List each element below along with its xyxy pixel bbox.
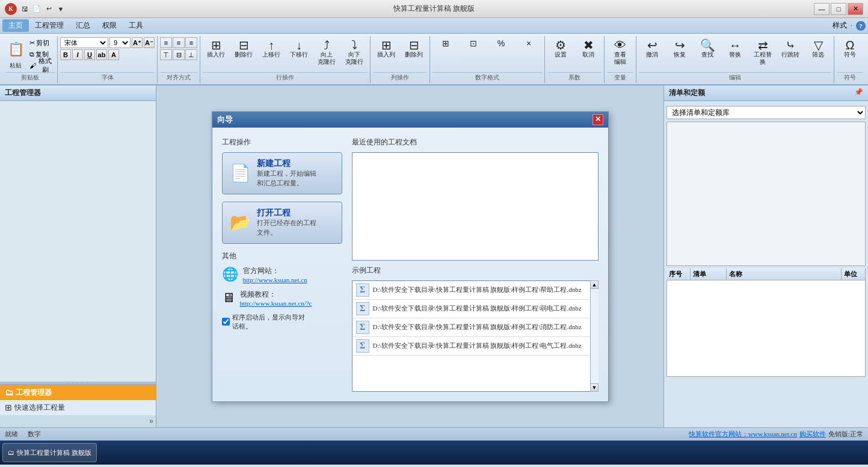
- example-item-0[interactable]: Σ D:\软件安全下载目录\快算工程量计算稿 旗舰版\样例工程\帮助工程.dnb…: [352, 281, 598, 300]
- font-size-decrease[interactable]: A⁻: [144, 37, 155, 48]
- modal-close-btn[interactable]: ✕: [593, 114, 603, 125]
- tab-project-manager[interactable]: 🗂 工程管理器: [0, 385, 156, 400]
- edition-label: 免销版:正常: [828, 430, 863, 439]
- redo-label: 恢复: [674, 51, 686, 58]
- delete-row-icon: ⊟: [239, 39, 249, 51]
- font-size-increase[interactable]: A⁺: [132, 37, 143, 48]
- undo-btn[interactable]: ↩: [43, 4, 54, 14]
- cut-button[interactable]: ✂ 剪切: [28, 37, 55, 48]
- modal-overlay: 向导 ✕ 工程操作 📄 新建工程 新建工程，开始编辑和汇总工程量。: [156, 85, 663, 427]
- replace-label: 替换: [729, 51, 741, 58]
- tab-quick-select[interactable]: ⊞ 快速选择工程量: [0, 400, 156, 415]
- font-name-select[interactable]: 宋体: [60, 37, 108, 48]
- menu-tools[interactable]: 工具: [123, 19, 149, 32]
- open-project-btn[interactable]: 📂 打开工程 打开已经存在的工程文件。: [222, 202, 342, 244]
- example-item-1[interactable]: Σ D:\软件安全下载目录\快算工程量计算稿 旗舰版\样例工程\弱电工程.dnb…: [352, 300, 598, 318]
- help-icon[interactable]: ?: [856, 21, 866, 31]
- scroll-up-btn[interactable]: ▲: [590, 280, 599, 289]
- ribbon-group-edit: ↩撤消 ↪恢复 🔍查找 ↔替换 ⇄工程替换 ⤷行跳转 ▽筛选 编辑: [636, 36, 834, 83]
- right-panel-header: 清单和定额 📌: [664, 85, 868, 101]
- var-view-btn[interactable]: 👁查看 编辑: [607, 37, 633, 67]
- numfmt-thousands-btn[interactable]: ⊞: [432, 37, 459, 49]
- menu-project-mgmt[interactable]: 工程管理: [29, 19, 70, 32]
- close-btn[interactable]: ✕: [848, 3, 863, 15]
- font-size-select[interactable]: 9: [109, 37, 131, 48]
- maximize-btn[interactable]: □: [831, 3, 846, 15]
- website-label: 官方网站：: [243, 266, 307, 276]
- undo-icon: ↩: [647, 39, 657, 51]
- move-row-up-btn[interactable]: ↑上移行: [258, 37, 285, 60]
- delete-row-btn[interactable]: ⊟删除行: [230, 37, 257, 60]
- format-brush-button[interactable]: 🖌 格式刷: [28, 60, 55, 71]
- minimize-btn[interactable]: —: [814, 3, 830, 15]
- video-link[interactable]: http://www.ksuan.net.cn/?c: [240, 300, 312, 307]
- paste-button[interactable]: 📋: [5, 37, 26, 61]
- new-project-btn[interactable]: 📄 新建工程 新建工程，开始编辑和汇总工程量。: [222, 152, 342, 194]
- underline-button[interactable]: U: [84, 49, 95, 60]
- undo-ribbon-btn[interactable]: ↩撤消: [639, 37, 665, 60]
- insert-row-btn[interactable]: ⊞插入行: [203, 37, 229, 60]
- var-view-icon: 👁: [614, 39, 626, 51]
- menu-home[interactable]: 主页: [2, 19, 29, 32]
- filter-btn[interactable]: ▽筛选: [805, 37, 831, 60]
- symbol-btn[interactable]: Ω符号: [837, 37, 863, 60]
- app-title: 快算工程量计算稿 旗舰版: [393, 4, 475, 14]
- edit-group-label: 编辑: [639, 72, 831, 82]
- font-color-button[interactable]: A: [108, 49, 119, 60]
- ribbon-group-var: 👁查看 编辑 变量: [605, 36, 636, 83]
- coeff-set-btn[interactable]: ⚙设置: [547, 37, 574, 60]
- insert-col-btn[interactable]: ⊞插入列: [373, 37, 399, 60]
- example-item-2[interactable]: Σ D:\软件安全下载目录\快算工程量计算稿 旗舰版\样例工程\消防工程.dnb…: [352, 318, 598, 337]
- scroll-down-btn[interactable]: ▼: [590, 383, 599, 392]
- project-replace-btn[interactable]: ⇄工程替换: [749, 37, 776, 67]
- taskbar-app-label: 快算工程量计算稿 旗舰版: [17, 448, 91, 457]
- align-middle-btn[interactable]: ⊟: [173, 49, 185, 60]
- library-select[interactable]: 选择清单和定额库: [666, 106, 866, 119]
- buy-label[interactable]: 购买软件: [799, 430, 826, 439]
- modal-body: 工程操作 📄 新建工程 新建工程，开始编辑和汇总工程量。 📂: [212, 128, 608, 401]
- new-btn[interactable]: 📄: [31, 4, 42, 14]
- clone-up-btn[interactable]: ⤴向上 克隆行: [313, 37, 340, 67]
- numfmt-mult-btn[interactable]: ×: [516, 37, 542, 49]
- align-center-btn[interactable]: ≡: [173, 37, 185, 48]
- redo-btn[interactable]: ↪恢复: [666, 37, 693, 60]
- delete-col-btn[interactable]: ⊟删除列: [401, 37, 427, 60]
- coeff-cancel-btn[interactable]: ✖取消: [575, 37, 602, 60]
- strikethrough-button[interactable]: ab: [96, 49, 107, 60]
- insert-row-label: 插入行: [207, 51, 225, 58]
- clone-down-btn[interactable]: ⤵向下 克隆行: [341, 37, 368, 67]
- find-icon: 🔍: [700, 39, 715, 51]
- move-row-down-btn[interactable]: ↓下移行: [286, 37, 312, 60]
- new-project-text: 新建工程 新建工程，开始编辑和汇总工程量。: [257, 158, 316, 188]
- globe-icon: 🌐: [222, 267, 238, 282]
- new-project-title: 新建工程: [257, 158, 316, 169]
- taskbar-app-item[interactable]: 🗂 快算工程量计算稿 旗舰版: [2, 443, 97, 462]
- pin-icon[interactable]: 📌: [854, 88, 863, 98]
- italic-button[interactable]: I: [72, 49, 83, 60]
- website-link[interactable]: http://www.ksuan.net.cn: [243, 276, 307, 283]
- numfmt-percent-btn[interactable]: %: [488, 37, 514, 49]
- save-btn[interactable]: 🖫: [19, 4, 30, 14]
- align-bottom-btn[interactable]: ⊥: [185, 49, 197, 60]
- align-top-btn[interactable]: ⊤: [160, 49, 172, 60]
- dropdown-btn[interactable]: ▼: [55, 4, 66, 14]
- undo-label: 撤消: [646, 51, 658, 58]
- show-wizard-checkbox[interactable]: [222, 318, 230, 326]
- edit-btns: ↩撤消 ↪恢复 🔍查找 ↔替换 ⇄工程替换 ⤷行跳转 ▽筛选: [639, 37, 831, 71]
- expand-icon[interactable]: »: [149, 416, 153, 426]
- menu-summary[interactable]: 汇总: [70, 19, 96, 32]
- replace-btn[interactable]: ↔替换: [722, 37, 748, 60]
- coeff-cancel-icon: ✖: [583, 39, 594, 51]
- find-btn[interactable]: 🔍查找: [694, 37, 721, 60]
- row-jump-btn[interactable]: ⤷行跳转: [777, 37, 804, 60]
- menu-permissions[interactable]: 权限: [96, 19, 123, 32]
- filter-label: 筛选: [812, 51, 824, 58]
- align-left-btn[interactable]: ≡: [160, 37, 172, 48]
- numfmt-decimal-btn[interactable]: ⊡: [460, 37, 487, 49]
- app-icon: K: [5, 3, 17, 15]
- align-right-btn[interactable]: ≡: [185, 37, 197, 48]
- coeff-set-label: 设置: [555, 51, 567, 58]
- example-item-3[interactable]: Σ D:\软件安全下载目录\快算工程量计算稿 旗舰版\样例工程\电气工程.dnb…: [352, 337, 598, 356]
- bold-button[interactable]: B: [60, 49, 71, 60]
- official-site-link[interactable]: 快算软件官方网站：www.ksuan.net.cn: [689, 430, 797, 439]
